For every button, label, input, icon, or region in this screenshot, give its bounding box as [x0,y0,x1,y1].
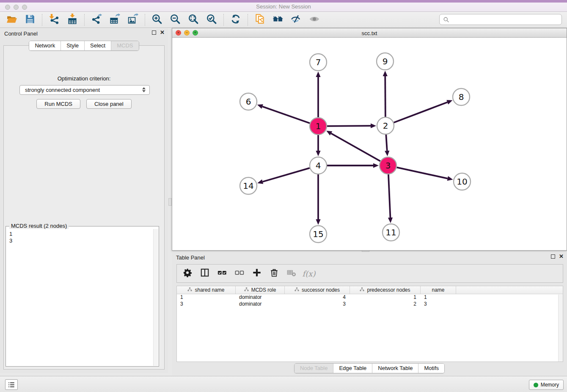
clone-network-button[interactable] [253,14,266,26]
close-panel-button[interactable]: Close panel [86,99,132,109]
edge-1-6[interactable] [262,107,310,123]
hide-panels-button[interactable] [290,14,303,26]
table-cell[interactable]: 1 [177,294,236,301]
network-view-window: × − + scc.txt 7968124314101511 [172,28,567,251]
deselect-all-icon [235,268,244,279]
edge-2-9[interactable] [385,76,385,117]
deselect-all-button[interactable] [234,268,245,279]
edge-3-1[interactable] [331,133,380,161]
node-table-scrollbar[interactable] [558,295,563,362]
column-header-successor-nodes[interactable]: successor nodes [285,286,350,294]
table-cell[interactable]: 1 [350,294,421,301]
table-cell[interactable]: dominator [236,294,285,301]
tab-mcds[interactable]: MCDS [111,41,138,50]
column-header-name[interactable]: name [421,286,456,294]
table-row[interactable]: 3dominator323 [177,301,563,308]
delete-column-button[interactable] [269,268,280,279]
edge-2-3[interactable] [386,135,387,151]
edge-4-14[interactable] [263,168,310,182]
column-header-shared-name[interactable]: shared name [177,286,236,294]
table-row[interactable]: 1dominator411 [177,294,563,301]
tab-network[interactable]: Network [29,41,61,50]
main-toolbar [0,12,567,28]
function-builder-icon: f(x) [303,269,316,278]
search-box[interactable] [439,14,562,25]
import-table-button[interactable] [66,14,79,26]
edge-arrow-icon [446,100,452,104]
float-table-panel-icon[interactable] [551,254,555,259]
column-layout-button[interactable] [199,268,210,279]
edge-arrow-icon [257,104,263,109]
tab-node-table[interactable]: Node Table [295,364,334,373]
session-title: Session: New Session [0,3,567,10]
zoom-fit-button[interactable] [187,14,200,26]
edge-arrow-icon [373,163,379,168]
table-cell[interactable]: 3 [421,301,456,308]
select-all-button[interactable] [217,268,228,279]
close-panel-icon[interactable]: ✕ [160,30,165,35]
tree-icon [295,287,299,293]
edge-arrow-icon [371,124,376,128]
edge-3-10[interactable] [397,167,448,178]
vertical-splitter-grip[interactable] [168,198,172,206]
tab-network-table[interactable]: Network Table [372,364,418,373]
graph-node-label: 2 [383,121,388,131]
refresh-button[interactable] [229,14,242,26]
export-image-button[interactable] [127,14,139,26]
task-history-button[interactable] [5,379,18,390]
mcds-result-scrollbar[interactable] [153,229,158,366]
search-input[interactable] [451,15,561,24]
memory-label: Memory [541,382,559,388]
tab-edge-table[interactable]: Edge Table [333,364,372,373]
edge-arrow-icon [257,179,263,184]
zoom-in-icon [151,14,162,26]
tab-select[interactable]: Select [85,41,111,50]
edge-arrow-icon [447,176,453,181]
zoom-out-button[interactable] [169,14,182,26]
edge-1-2[interactable] [327,126,371,126]
column-header-MCDS-role[interactable]: MCDS role [236,286,285,294]
zoom-selected-button[interactable] [205,14,218,26]
network-canvas[interactable]: 7968124314101511 [172,38,567,250]
home-button[interactable] [272,14,284,26]
table-cell[interactable]: dominator [236,301,285,308]
column-header-label: shared name [195,287,224,293]
import-network-button[interactable] [48,14,61,26]
tab-style[interactable]: Style [61,41,85,50]
open-session-button[interactable] [6,14,18,26]
table-cell[interactable]: 3 [177,301,236,308]
add-column-button[interactable] [251,268,262,279]
graph-node-label: 11 [385,227,396,237]
run-mcds-button[interactable]: Run MCDS [36,99,80,109]
show-panels-button[interactable] [308,14,321,26]
home-icon [272,14,284,26]
table-settings-button[interactable] [182,268,193,279]
float-panel-icon[interactable] [152,30,156,35]
optimization-criterion-label: Optimization criterion: [4,75,164,82]
mcds-result-line: 1 [9,231,153,237]
table-cell[interactable]: 2 [350,301,421,308]
table-cell[interactable]: 4 [285,294,350,301]
edge-3-11[interactable] [388,174,391,218]
zoom-in-button[interactable] [151,14,163,26]
edge-2-8[interactable] [394,102,448,122]
column-header-predecessor-nodes[interactable]: predecessor nodes [350,286,421,294]
export-network-button[interactable] [90,14,103,26]
search-icon [443,17,449,23]
mcds-result-line: 3 [9,237,153,244]
tab-motifs[interactable]: Motifs [418,364,444,373]
save-session-button[interactable] [24,14,36,26]
zoom-selected-icon [206,14,217,26]
table-cell[interactable]: 3 [285,301,350,308]
tree-icon [244,287,249,293]
export-table-button[interactable] [108,14,121,26]
close-table-panel-icon[interactable]: ✕ [559,254,564,259]
memory-button[interactable]: Memory [529,380,564,390]
add-column-icon [252,268,261,279]
tree-icon [360,287,364,293]
optimization-criterion-select[interactable]: strongly connected component [19,85,150,95]
hide-panels-icon [291,14,302,26]
export-table-icon [109,14,120,26]
table-cell[interactable]: 1 [421,294,456,301]
network-window-title: scc.txt [172,30,567,36]
